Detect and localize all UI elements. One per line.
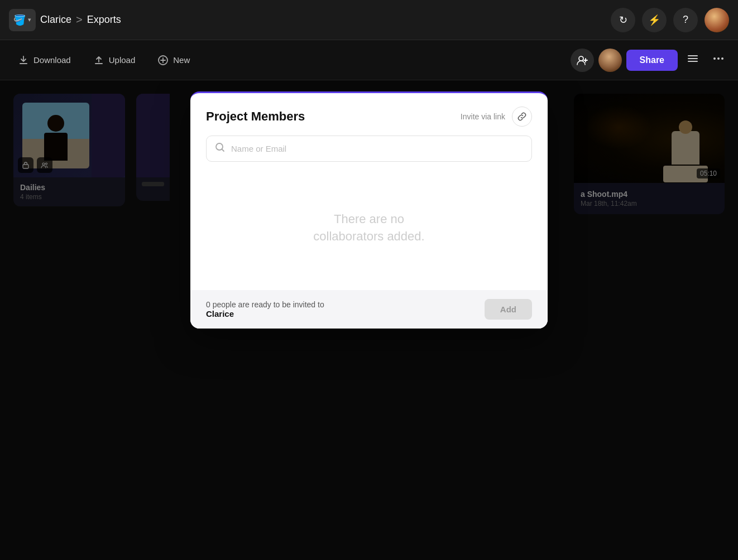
nav-left: 🪣 ▾ Clarice > Exports bbox=[9, 9, 121, 31]
plus-circle-icon bbox=[157, 55, 169, 66]
footer-project: Clarice bbox=[206, 309, 324, 318]
share-button[interactable]: Share bbox=[626, 50, 678, 71]
search-icon bbox=[214, 142, 226, 156]
bucket-icon: 🪣 bbox=[13, 14, 26, 26]
svg-point-9 bbox=[721, 57, 723, 60]
refresh-icon: ↻ bbox=[619, 14, 627, 26]
toolbar-avatar-image bbox=[598, 49, 622, 72]
toolbar: Download Upload New Share bbox=[0, 40, 738, 80]
modal-header-actions: Invite via link bbox=[461, 107, 532, 127]
list-view-button[interactable] bbox=[682, 48, 703, 72]
refresh-button[interactable]: ↻ bbox=[611, 8, 635, 32]
search-box[interactable] bbox=[206, 136, 532, 162]
lightning-icon: ⚡ bbox=[648, 14, 660, 26]
svg-rect-4 bbox=[688, 55, 698, 56]
search-input[interactable] bbox=[231, 144, 524, 153]
svg-rect-6 bbox=[688, 61, 698, 62]
modal-overlay[interactable]: Project Members Invite via link bbox=[0, 80, 738, 560]
download-icon bbox=[18, 55, 29, 66]
help-icon: ? bbox=[683, 14, 688, 26]
breadcrumb-project[interactable]: Clarice bbox=[40, 14, 71, 26]
link-icon bbox=[517, 112, 527, 122]
footer-info: 0 people are ready to be invited to Clar… bbox=[206, 300, 324, 318]
breadcrumb-current: Exports bbox=[87, 14, 121, 26]
share-label: Share bbox=[640, 55, 664, 65]
upload-icon bbox=[93, 55, 104, 66]
logo-button[interactable]: 🪣 ▾ bbox=[9, 9, 36, 31]
user-avatar[interactable] bbox=[705, 8, 729, 32]
list-icon bbox=[687, 52, 699, 65]
avatar-image bbox=[705, 8, 729, 32]
svg-rect-1 bbox=[95, 63, 103, 64]
more-button[interactable] bbox=[708, 48, 729, 72]
modal-title: Project Members bbox=[206, 109, 305, 124]
svg-point-3 bbox=[579, 56, 583, 61]
download-label: Download bbox=[33, 55, 71, 65]
project-members-modal: Project Members Invite via link bbox=[190, 91, 548, 329]
add-button[interactable]: Add bbox=[485, 299, 532, 320]
svg-rect-0 bbox=[20, 63, 27, 64]
breadcrumb: Clarice > Exports bbox=[40, 13, 121, 26]
add-person-icon bbox=[576, 54, 588, 66]
svg-point-7 bbox=[713, 57, 716, 60]
help-button[interactable]: ? bbox=[673, 8, 698, 32]
empty-state: There are nocollaborators added. bbox=[190, 166, 548, 290]
svg-rect-5 bbox=[688, 58, 698, 59]
lightning-button[interactable]: ⚡ bbox=[642, 8, 667, 32]
footer-count: 0 people are ready to be invited to bbox=[206, 300, 324, 309]
upload-label: Upload bbox=[109, 55, 136, 65]
top-nav: 🪣 ▾ Clarice > Exports ↻ ⚡ ? bbox=[0, 0, 738, 40]
invite-via-link[interactable]: Invite via link bbox=[461, 112, 505, 121]
modal-header: Project Members Invite via link bbox=[190, 93, 548, 136]
modal-footer: 0 people are ready to be invited to Clar… bbox=[190, 290, 548, 329]
empty-message: There are nocollaborators added. bbox=[206, 211, 532, 245]
dropdown-icon: ▾ bbox=[28, 16, 31, 23]
breadcrumb-separator: > bbox=[76, 13, 83, 26]
new-label: New bbox=[173, 55, 190, 65]
download-button[interactable]: Download bbox=[9, 50, 80, 70]
toolbar-avatar[interactable] bbox=[598, 49, 622, 72]
ellipsis-icon bbox=[712, 52, 725, 65]
main-content: Dailies 4 items bbox=[0, 80, 738, 560]
copy-link-button[interactable] bbox=[512, 107, 532, 127]
nav-right: ↻ ⚡ ? bbox=[611, 8, 729, 32]
upload-button[interactable]: Upload bbox=[84, 50, 145, 70]
add-member-button[interactable] bbox=[571, 49, 594, 72]
new-button[interactable]: New bbox=[148, 50, 199, 70]
svg-point-8 bbox=[717, 57, 720, 60]
